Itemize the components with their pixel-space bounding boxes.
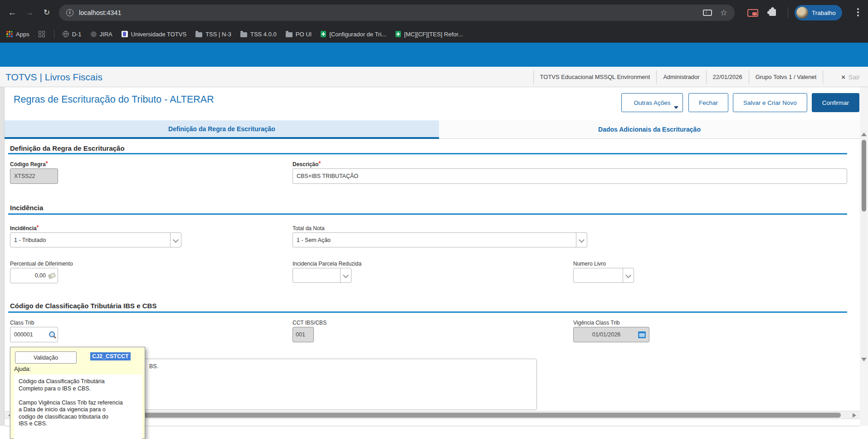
save-and-new-button[interactable]: Salvar e Criar Novo — [733, 93, 807, 112]
url-text[interactable]: localhost:4341 — [79, 9, 703, 16]
incidencia-parcela-select[interactable] — [293, 268, 351, 283]
section-rule — [8, 213, 847, 215]
forward-icon[interactable]: → — [23, 6, 36, 20]
validacao-button[interactable]: Validação — [15, 351, 77, 364]
codigo-regra-field: XTSS22 — [10, 168, 58, 184]
bookmark-mc-cf-tes[interactable]: [MC][CF][TES] Refor... — [395, 31, 463, 38]
search-icon[interactable] — [49, 331, 55, 337]
chevron-down-icon[interactable] — [170, 233, 181, 247]
session-date: 22/01/2026 — [706, 71, 749, 84]
bookmark-d1[interactable]: D-1 — [63, 31, 82, 38]
help-line: a Data de inicio da vigencia para o — [19, 406, 137, 414]
reload-icon[interactable]: ↻ — [40, 6, 54, 20]
page-title: Regras de Escrituração do Tributo - ALTE… — [14, 94, 214, 105]
avatar — [796, 7, 808, 19]
bookmark-universidade-totvs[interactable]: Universidade TOTVS — [122, 31, 186, 38]
total-nota-select[interactable]: 1 - Sem Ação — [293, 232, 587, 247]
help-line: Campo Vigência Class Trib faz referencia — [19, 400, 137, 407]
back-icon[interactable]: ← — [5, 6, 19, 20]
screen: ← → ↻ i localhost:4341 ☆ Trabalho Apps — [0, 0, 868, 439]
help-line — [19, 392, 137, 400]
site-info-icon[interactable]: i — [66, 9, 73, 16]
other-actions-label: Outras Ações — [634, 99, 670, 106]
chevron-down-icon[interactable] — [340, 268, 351, 282]
field-help-tooltip: Validação CJ2_CSTCCT Ajuda: Código da Cl… — [10, 347, 145, 439]
tab-media-icon[interactable] — [747, 9, 758, 17]
total-nota-label: Total da Nota — [293, 225, 325, 232]
percentual-diferimento-value: 0,00 — [35, 272, 46, 279]
vigencia-field: 01/01/2026 — [573, 327, 649, 342]
folder-icon — [195, 32, 202, 37]
vertical-scrollbar[interactable] — [861, 131, 867, 363]
left-gutter — [0, 87, 5, 426]
toolbar-divider — [788, 7, 788, 18]
save-and-new-label: Salvar e Criar Novo — [743, 99, 797, 106]
bookmark-label: TSS 4.0.0 — [250, 31, 277, 38]
bookmark-folder-po-ui[interactable]: PO UI — [286, 31, 312, 38]
percentual-diferimento-label: Percentual de Diferimento — [10, 261, 73, 267]
bookmark-folder-tss-n3[interactable]: TSS | N-3 — [195, 31, 231, 38]
vertical-scrollbar-thumb[interactable] — [862, 140, 866, 212]
globe-icon — [63, 31, 69, 37]
chevron-down-icon[interactable] — [623, 268, 634, 282]
profile-label: Trabalho — [812, 10, 836, 16]
numero-livro-select[interactable] — [573, 268, 634, 283]
bookmark-label: [Configurador de Tri... — [329, 31, 386, 38]
bookmark-label: TSS | N-3 — [205, 31, 231, 38]
section-rule — [8, 311, 847, 313]
address-bar[interactable]: i localhost:4341 ☆ — [59, 5, 735, 21]
percentual-diferimento-field[interactable]: 0,00 — [10, 268, 58, 283]
section-definicao-title: Definição da Regra de Escrituração — [10, 144, 125, 152]
sheet-icon — [321, 31, 326, 37]
class-trib-field[interactable]: 000001 — [10, 327, 58, 342]
browser-toolbar: ← → ↻ i localhost:4341 ☆ Trabalho — [0, 0, 868, 25]
required-marker: * — [37, 224, 39, 231]
required-marker: * — [46, 160, 48, 167]
cct-label: CCT IBS/CBS — [293, 320, 327, 326]
bookmark-configurador[interactable]: [Configurador de Tri... — [321, 31, 386, 38]
field-name-highlighted: CJ2_CSTCCT — [90, 352, 131, 360]
other-actions-button[interactable]: Outras Ações — [621, 93, 683, 112]
extensions-icon[interactable] — [769, 9, 776, 16]
bookmark-jira[interactable]: JIRA — [91, 31, 112, 38]
bookmark-star-icon[interactable]: ☆ — [720, 9, 727, 17]
environment-name: TOTVS Educacional MSSQL Environment — [533, 71, 657, 84]
close-button[interactable]: Fechar — [688, 93, 728, 112]
calendar-icon[interactable] — [638, 331, 646, 338]
descricao-field[interactable]: CBS+IBS TRIBUTAÇÃO — [293, 168, 847, 184]
folder-icon — [286, 32, 293, 37]
cct-value: 001 — [296, 331, 305, 338]
incidencia-select[interactable]: 1 - Tributado — [10, 232, 181, 247]
browser-menu-icon[interactable] — [857, 8, 859, 17]
scroll-up-icon[interactable] — [861, 133, 867, 136]
confirm-label: Confirmar — [822, 99, 849, 106]
chevron-down-icon[interactable] — [576, 233, 587, 247]
section-classificacao-title: Código de Classificação Tributária IBS e… — [10, 302, 156, 310]
eraser-icon[interactable] — [48, 273, 56, 279]
profile-button[interactable]: Trabalho — [795, 5, 842, 20]
descricao-label: Descrição* — [293, 161, 321, 168]
collections-grid-icon — [39, 31, 45, 37]
incidencia-parcela-label: Incidencia Parcela Reduzida — [293, 261, 361, 267]
install-app-icon[interactable] — [703, 10, 712, 16]
ajuda-label: Ajuda: — [14, 365, 31, 372]
main-content: Regras de Escrituração do Tributo - ALTE… — [0, 87, 868, 439]
logout-button[interactable]: Sair — [823, 71, 868, 84]
bookmarks-separator — [54, 30, 54, 39]
bookmark-collections[interactable] — [39, 31, 45, 37]
scroll-down-icon[interactable] — [861, 358, 867, 361]
logout-label: Sair — [848, 71, 860, 84]
app-header: TOTVS | Livros Fiscais TOTVS Educacional… — [0, 67, 868, 87]
tab-definicao-regra[interactable]: Definição da Regra de Escrituração — [5, 120, 439, 139]
confirm-button[interactable]: Confirmar — [812, 93, 859, 112]
scroll-right-icon[interactable] — [853, 413, 856, 418]
cct-field: 001 — [293, 327, 314, 342]
descricao-value: CBS+IBS TRIBUTAÇÃO — [297, 173, 358, 179]
total-nota-value: 1 - Sem Ação — [297, 237, 331, 243]
bookmark-apps[interactable]: Apps — [6, 31, 29, 38]
bookmark-label: Apps — [16, 31, 29, 38]
bookmark-label: D-1 — [72, 31, 82, 38]
incidencia-label: Incidência* — [10, 225, 39, 232]
bookmark-folder-tss-400[interactable]: TSS 4.0.0 — [240, 31, 277, 38]
tab-dados-adicionais[interactable]: Dados Adicionais da Escrituração — [439, 120, 860, 139]
